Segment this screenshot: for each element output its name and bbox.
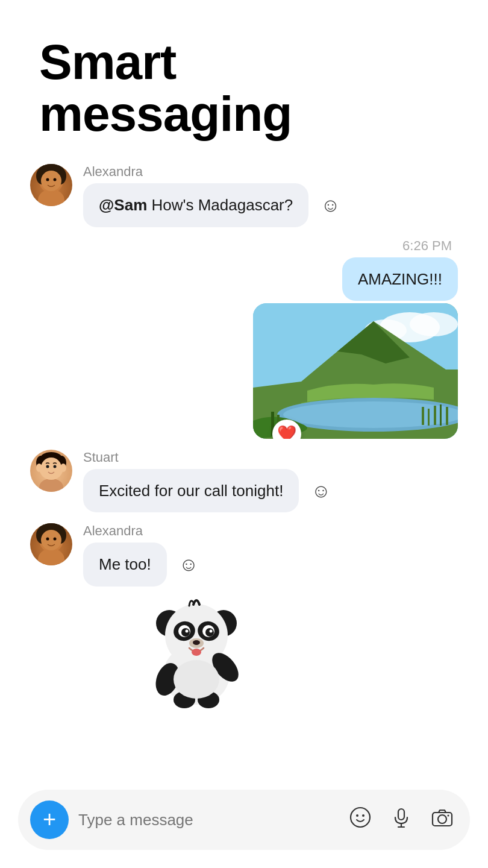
sender-name-4: Alexandra bbox=[83, 523, 257, 539]
svg-point-51 bbox=[181, 628, 190, 637]
mention-tag: @Sam bbox=[99, 196, 147, 214]
message-bubble-2: AMAZING!!! bbox=[342, 257, 458, 301]
svg-point-31 bbox=[41, 458, 61, 478]
avatar-alexandra-1 bbox=[30, 164, 72, 206]
avatar-stuart bbox=[30, 450, 72, 492]
message-image: ❤️ bbox=[253, 303, 458, 439]
svg-point-11 bbox=[410, 312, 458, 336]
emoji-reaction-btn-3[interactable]: ☺ bbox=[306, 475, 336, 507]
svg-point-32 bbox=[46, 465, 49, 468]
message-content-3: Stuart Excited for our call tonight! ☺ bbox=[83, 450, 336, 512]
svg-rect-17 bbox=[422, 407, 424, 425]
message-content-4: Alexandra Me too! ☺ bbox=[83, 523, 257, 710]
svg-point-41 bbox=[46, 538, 49, 541]
svg-point-53 bbox=[186, 629, 189, 632]
microphone-icon[interactable] bbox=[386, 802, 417, 838]
camera-icon[interactable] bbox=[427, 802, 458, 838]
svg-point-42 bbox=[54, 538, 57, 541]
sender-name-1: Alexandra bbox=[83, 164, 345, 180]
svg-point-62 bbox=[174, 660, 219, 699]
svg-rect-21 bbox=[446, 407, 448, 425]
svg-point-24 bbox=[39, 479, 63, 492]
emoji-picker-icon[interactable] bbox=[345, 802, 376, 838]
svg-point-16 bbox=[283, 401, 458, 428]
page-title: Smart messaging bbox=[39, 36, 449, 140]
svg-rect-18 bbox=[428, 409, 430, 426]
svg-point-71 bbox=[448, 815, 449, 817]
svg-point-63 bbox=[351, 808, 370, 827]
svg-point-6 bbox=[41, 171, 61, 191]
sender-name-3: Stuart bbox=[83, 450, 336, 465]
svg-point-54 bbox=[210, 629, 213, 632]
bottom-toolbar: + bbox=[18, 790, 470, 850]
panda-sticker bbox=[136, 590, 257, 711]
svg-point-7 bbox=[46, 178, 49, 181]
svg-point-56 bbox=[193, 640, 200, 645]
emoji-reaction-btn-1[interactable]: ☺ bbox=[316, 189, 345, 221]
page-container: Smart messaging bbox=[0, 0, 488, 868]
message-row-4: Alexandra Me too! ☺ bbox=[30, 523, 458, 710]
message-text-1: How's Madagascar? bbox=[147, 196, 293, 214]
avatar-alexandra-2 bbox=[30, 523, 72, 565]
add-icon: + bbox=[43, 808, 56, 831]
svg-rect-20 bbox=[440, 404, 442, 426]
message-bubble-4: Me too! bbox=[83, 542, 167, 586]
svg-point-8 bbox=[54, 178, 57, 181]
svg-point-64 bbox=[356, 814, 358, 817]
emoji-reaction-btn-4[interactable]: ☺ bbox=[174, 549, 204, 580]
message-row-3: Stuart Excited for our call tonight! ☺ bbox=[30, 450, 458, 512]
svg-point-70 bbox=[438, 815, 446, 823]
svg-point-40 bbox=[41, 530, 61, 550]
add-button[interactable]: + bbox=[30, 800, 69, 839]
svg-point-57 bbox=[192, 649, 201, 656]
message-row-1: Alexandra @Sam How's Madagascar? ☺ bbox=[30, 164, 458, 227]
svg-point-52 bbox=[205, 628, 214, 637]
svg-point-65 bbox=[362, 814, 364, 817]
svg-rect-19 bbox=[434, 406, 436, 425]
message-bubble-1: @Sam How's Madagascar? bbox=[83, 183, 308, 227]
svg-point-33 bbox=[54, 465, 57, 468]
message-bubble-3: Excited for our call tonight! bbox=[83, 469, 299, 512]
message-row-2: 6:26 PM AMAZING!!! bbox=[30, 238, 458, 439]
header-section: Smart messaging bbox=[0, 0, 488, 158]
landscape-svg bbox=[253, 303, 458, 439]
svg-rect-66 bbox=[398, 809, 404, 820]
message-timestamp: 6:26 PM bbox=[402, 238, 458, 254]
message-input[interactable] bbox=[78, 811, 335, 829]
message-content-1: Alexandra @Sam How's Madagascar? ☺ bbox=[83, 164, 345, 227]
chat-area: Alexandra @Sam How's Madagascar? ☺ 6:26 … bbox=[0, 158, 488, 784]
